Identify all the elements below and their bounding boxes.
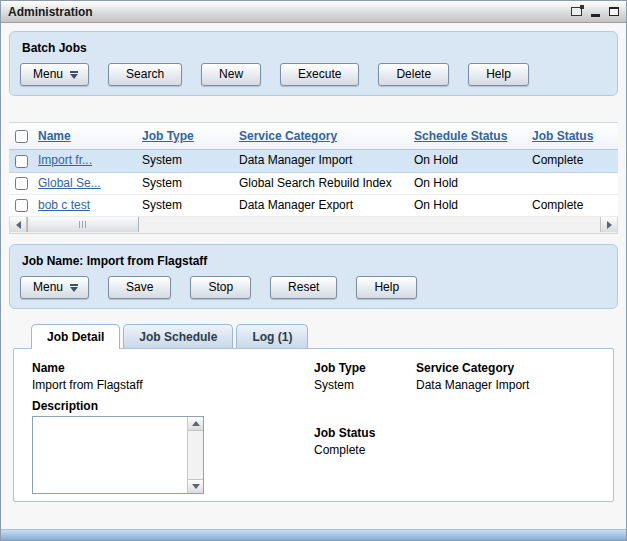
- batch-jobs-panel: Batch Jobs Menu Search New Execute Delet…: [9, 31, 618, 96]
- detail-tabs: Job Detail Job Schedule Log (1): [31, 324, 618, 348]
- service-category-cell: Data Manager Export: [239, 198, 353, 212]
- job-name-link[interactable]: Global Se...: [38, 176, 101, 190]
- column-header-schedule-status[interactable]: Schedule Status: [414, 129, 507, 143]
- right-arrow-icon: [607, 221, 612, 229]
- form-column-middle: Job Type System Job Status Complete: [314, 361, 416, 494]
- horizontal-scrollbar[interactable]: [9, 217, 618, 234]
- search-button[interactable]: Search: [108, 63, 182, 86]
- job-status-value: Complete: [314, 443, 416, 457]
- window-content: Batch Jobs Menu Search New Execute Delet…: [1, 23, 626, 529]
- maximize-icon[interactable]: [609, 7, 619, 16]
- column-header-job-type[interactable]: Job Type: [142, 129, 194, 143]
- job-type-cell: System: [142, 176, 182, 190]
- spacer: [314, 399, 416, 426]
- save-button[interactable]: Save: [108, 276, 171, 299]
- row-checkbox[interactable]: [15, 155, 28, 168]
- column-header-name[interactable]: Name: [38, 129, 71, 143]
- help-button[interactable]: Help: [468, 63, 529, 86]
- tab-log[interactable]: Log (1): [236, 324, 308, 348]
- batch-jobs-title: Batch Jobs: [22, 41, 607, 55]
- scrollbar-thumb[interactable]: [27, 217, 139, 232]
- service-category-value: Data Manager Import: [416, 378, 595, 392]
- titlebar-icons: [571, 7, 619, 17]
- description-label: Description: [32, 399, 314, 413]
- tab-job-detail[interactable]: Job Detail: [31, 324, 120, 349]
- window-title: Administration: [8, 5, 93, 19]
- form-column-left: Name Import from Flagstaff Description: [32, 361, 314, 494]
- form-column-right: Service Category Data Manager Import: [416, 361, 595, 494]
- job-detail-form-panel: Name Import from Flagstaff Description J…: [13, 348, 614, 502]
- jobs-table-container: Name Job Type Service Category Schedule …: [9, 122, 618, 234]
- service-category-label: Service Category: [416, 361, 595, 375]
- batch-jobs-toolbar: Menu Search New Execute Delete Help: [20, 63, 607, 86]
- name-label: Name: [32, 361, 314, 375]
- delete-button[interactable]: Delete: [378, 63, 449, 86]
- job-status-cell: Complete: [532, 153, 583, 167]
- table-row[interactable]: bob c test System Data Manager Export On…: [9, 194, 618, 216]
- down-arrow-icon: [192, 484, 200, 489]
- job-type-value: System: [314, 378, 416, 392]
- scroll-up-icon[interactable]: [188, 417, 203, 431]
- service-category-cell: Data Manager Import: [239, 153, 352, 167]
- service-category-cell: Global Search Rebuild Index: [239, 176, 392, 190]
- stop-button[interactable]: Stop: [190, 276, 251, 299]
- job-name-link[interactable]: Import fr...: [38, 153, 92, 167]
- table-row[interactable]: Import fr... System Data Manager Import …: [9, 150, 618, 172]
- description-field: [32, 416, 204, 494]
- job-type-label: Job Type: [314, 361, 416, 375]
- window-bottom-edge: [1, 529, 626, 540]
- job-detail-form: Name Import from Flagstaff Description J…: [32, 361, 595, 494]
- schedule-status-cell: On Hold: [414, 176, 458, 190]
- column-header-job-status[interactable]: Job Status: [532, 129, 593, 143]
- row-checkbox[interactable]: [15, 199, 28, 212]
- schedule-status-cell: On Hold: [414, 198, 458, 212]
- name-value: Import from Flagstaff: [32, 378, 314, 392]
- batch-menu-button-label: Menu: [33, 67, 63, 81]
- batch-menu-button[interactable]: Menu: [20, 63, 89, 86]
- select-all-checkbox[interactable]: [15, 130, 28, 143]
- menu-dropdown-icon: [70, 74, 78, 79]
- titlebar: Administration: [1, 1, 626, 23]
- menu-dropdown-icon: [70, 287, 78, 292]
- job-type-cell: System: [142, 153, 182, 167]
- jobs-table: Name Job Type Service Category Schedule …: [9, 122, 618, 217]
- reset-button[interactable]: Reset: [270, 276, 337, 299]
- job-status-cell: Complete: [532, 198, 583, 212]
- column-header-service-category[interactable]: Service Category: [239, 129, 337, 143]
- execute-button[interactable]: Execute: [280, 63, 359, 86]
- job-name-link[interactable]: bob c test: [38, 198, 90, 212]
- row-checkbox[interactable]: [15, 177, 28, 190]
- job-status-label: Job Status: [314, 426, 416, 440]
- table-row[interactable]: Global Se... System Global Search Rebuil…: [9, 172, 618, 194]
- scroll-down-icon[interactable]: [188, 479, 203, 493]
- left-arrow-icon: [16, 221, 21, 229]
- administration-window: Administration Batch Jobs Menu Search Ne…: [0, 0, 627, 541]
- tab-job-schedule[interactable]: Job Schedule: [123, 324, 233, 348]
- job-name-toolbar: Menu Save Stop Reset Help: [20, 276, 607, 299]
- popout-window-icon[interactable]: [571, 7, 582, 16]
- job-menu-button[interactable]: Menu: [20, 276, 89, 299]
- scroll-right-icon[interactable]: [600, 217, 617, 232]
- help-button[interactable]: Help: [356, 276, 417, 299]
- jobs-table-header-row: Name Job Type Service Category Schedule …: [9, 123, 618, 150]
- scroll-left-icon[interactable]: [10, 217, 27, 232]
- up-arrow-icon: [192, 421, 200, 426]
- job-name-panel-title: Job Name: Import from Flagstaff: [22, 254, 607, 268]
- minimize-icon[interactable]: [591, 14, 600, 17]
- schedule-status-cell: On Hold: [414, 153, 458, 167]
- job-menu-button-label: Menu: [33, 280, 63, 294]
- description-textarea[interactable]: [33, 417, 187, 493]
- new-button[interactable]: New: [201, 63, 261, 86]
- job-type-cell: System: [142, 198, 182, 212]
- job-name-panel: Job Name: Import from Flagstaff Menu Sav…: [9, 244, 618, 309]
- description-scrollbar[interactable]: [187, 417, 203, 493]
